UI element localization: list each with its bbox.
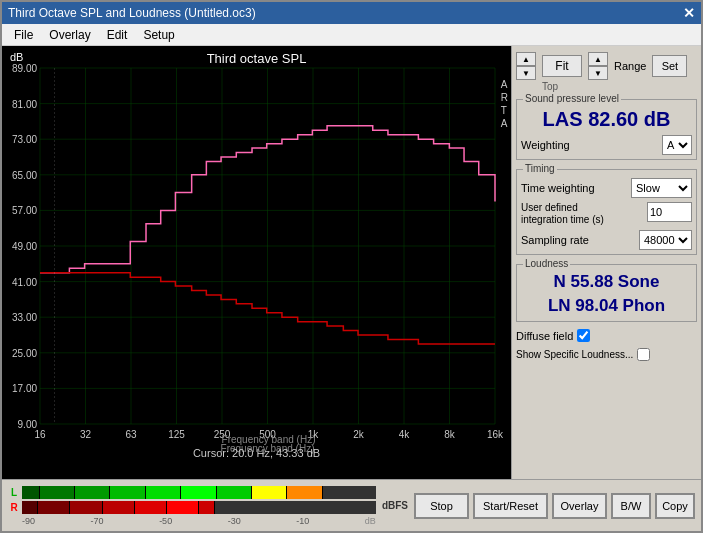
letter-t: T bbox=[501, 104, 508, 117]
weighting-label: Weighting bbox=[521, 139, 570, 151]
spl-section: Sound pressure level LAS 82.60 dB Weight… bbox=[516, 99, 697, 160]
menu-file[interactable]: File bbox=[6, 26, 41, 44]
r-meter-row: R bbox=[8, 501, 376, 514]
main-window: Third Octave SPL and Loudness (Untitled.… bbox=[0, 0, 703, 533]
bw-button[interactable]: B/W bbox=[611, 493, 651, 519]
loudness-label: Loudness bbox=[523, 258, 570, 269]
l-meter-row: L bbox=[8, 486, 376, 499]
l-label: L bbox=[8, 487, 20, 498]
spl-section-label: Sound pressure level bbox=[523, 93, 621, 104]
bottom-buttons: Stop Start/Reset Overlay B/W Copy bbox=[414, 493, 695, 519]
chart-right-letters: A R T A bbox=[501, 78, 508, 130]
loudness-section: Loudness N 55.88 Sone LN 98.04 Phon bbox=[516, 264, 697, 322]
top-arrow-group: ▲ ▼ bbox=[516, 52, 536, 80]
menu-setup[interactable]: Setup bbox=[135, 26, 182, 44]
dbfs-label: dBFS bbox=[382, 500, 408, 511]
bottom-bar: L R bbox=[2, 479, 701, 531]
stop-button[interactable]: Stop bbox=[414, 493, 469, 519]
letter-r: R bbox=[501, 91, 508, 104]
integration-label: User defined integration time (s) bbox=[521, 202, 616, 226]
sampling-select[interactable]: 441004800096000 bbox=[639, 230, 692, 250]
content-area: Third octave SPL dB A R T A Cursor: 20.0… bbox=[2, 46, 701, 479]
top-label: Top bbox=[542, 81, 697, 92]
spl-value: LAS 82.60 dB bbox=[521, 108, 692, 131]
r-label: R bbox=[8, 502, 20, 513]
start-reset-button[interactable]: Start/Reset bbox=[473, 493, 548, 519]
chart-db-label: dB bbox=[10, 51, 23, 63]
range-arrow-group: ▲ ▼ bbox=[588, 52, 608, 80]
letter-a1: A bbox=[501, 78, 508, 91]
copy-button[interactable]: Copy bbox=[655, 493, 695, 519]
sampling-row: Sampling rate 441004800096000 bbox=[521, 230, 692, 250]
loudness-value-1: N 55.88 Sone bbox=[521, 271, 692, 293]
show-specific-label: Show Specific Loudness... bbox=[516, 349, 633, 360]
menu-bar: File Overlay Edit Setup bbox=[2, 24, 701, 46]
meter-section: L R bbox=[8, 486, 376, 526]
right-panel: ▲ ▼ Fit ▲ ▼ Range Set Top Sound pressure… bbox=[511, 46, 701, 479]
weighting-row: Weighting ABCZ bbox=[521, 135, 692, 155]
close-button[interactable]: ✕ bbox=[683, 5, 695, 21]
menu-overlay[interactable]: Overlay bbox=[41, 26, 98, 44]
weighting-select[interactable]: ABCZ bbox=[662, 135, 692, 155]
loudness-value-2: LN 98.04 Phon bbox=[521, 295, 692, 317]
timing-section: Timing Time weighting SlowFastImpulse Us… bbox=[516, 169, 697, 255]
top-up-button[interactable]: ▲ bbox=[516, 52, 536, 66]
diffuse-label: Diffuse field bbox=[516, 330, 573, 342]
meter-ticks: -90 -70 -50 -30 -10 dB bbox=[22, 516, 376, 526]
freq-label: Frequency band (Hz) bbox=[40, 434, 497, 445]
letter-a2: A bbox=[501, 117, 508, 130]
timing-label: Timing bbox=[523, 163, 557, 174]
chart-title: Third octave SPL bbox=[207, 51, 307, 66]
diffuse-field-row: Diffuse field bbox=[516, 329, 697, 342]
time-weighting-row: Time weighting SlowFastImpulse bbox=[521, 178, 692, 198]
range-down-button[interactable]: ▼ bbox=[588, 66, 608, 80]
set-button[interactable]: Set bbox=[652, 55, 687, 77]
menu-edit[interactable]: Edit bbox=[99, 26, 136, 44]
time-weighting-select[interactable]: SlowFastImpulse bbox=[631, 178, 692, 198]
cursor-info: Cursor: 20.0 Hz, 43.33 dB bbox=[193, 447, 320, 459]
integration-input[interactable] bbox=[647, 202, 692, 222]
title-bar: Third Octave SPL and Loudness (Untitled.… bbox=[2, 2, 701, 24]
top-value-button[interactable]: Fit bbox=[542, 55, 582, 77]
l-meter-bar bbox=[22, 486, 376, 499]
main-chart bbox=[2, 46, 511, 479]
time-weighting-label: Time weighting bbox=[521, 182, 595, 194]
window-title: Third Octave SPL and Loudness (Untitled.… bbox=[8, 6, 256, 20]
range-up-button[interactable]: ▲ bbox=[588, 52, 608, 66]
top-controls: ▲ ▼ Fit ▲ ▼ Range Set bbox=[516, 50, 697, 82]
show-specific-row: Show Specific Loudness... bbox=[516, 348, 697, 361]
sampling-label: Sampling rate bbox=[521, 234, 589, 246]
integration-row: User defined integration time (s) bbox=[521, 202, 692, 226]
range-label: Range bbox=[614, 60, 646, 72]
show-specific-checkbox[interactable] bbox=[637, 348, 650, 361]
diffuse-checkbox[interactable] bbox=[577, 329, 590, 342]
r-meter-bar bbox=[22, 501, 376, 514]
overlay-button[interactable]: Overlay bbox=[552, 493, 607, 519]
chart-area: Third octave SPL dB A R T A Cursor: 20.0… bbox=[2, 46, 511, 479]
top-down-button[interactable]: ▼ bbox=[516, 66, 536, 80]
